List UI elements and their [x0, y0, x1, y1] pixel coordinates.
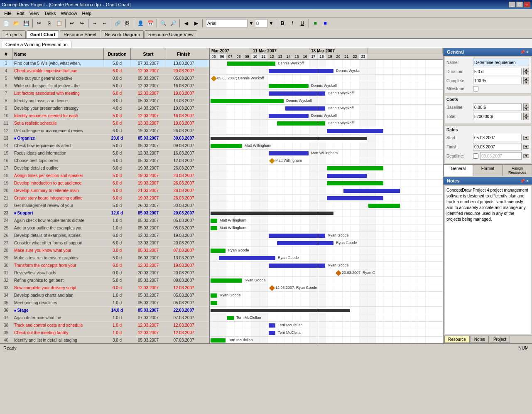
- duration-input[interactable]: [473, 68, 522, 75]
- menu-tasks[interactable]: Tasks: [42, 10, 58, 17]
- deadline-input[interactable]: [480, 152, 522, 160]
- table-row[interactable]: 18 Assign times per section and speaker …: [0, 172, 209, 180]
- table-row[interactable]: 36 ■Stage 14.0 d 05.03.2007 22.03.2007: [0, 307, 209, 314]
- scroll-left-button[interactable]: ◀: [181, 19, 191, 28]
- complete-input[interactable]: [473, 77, 522, 84]
- table-row[interactable]: 40 Identify and list in detail all stagi…: [0, 337, 209, 343]
- tab-format[interactable]: Format: [473, 165, 503, 176]
- table-row[interactable]: 38 Track and control costs and schedule …: [0, 322, 209, 329]
- menu-file[interactable]: File: [2, 10, 14, 17]
- table-row[interactable]: 14 Check how requirements affect 5.0 d 0…: [0, 142, 209, 150]
- table-row[interactable]: 37 Again determine what the 1.0 d 07.03.…: [0, 314, 209, 322]
- indent-button[interactable]: →: [90, 19, 99, 28]
- close-button[interactable]: ×: [524, 2, 530, 7]
- font-size-input[interactable]: [255, 19, 267, 27]
- table-row[interactable]: 4 Check available expertise that can 6.0…: [0, 67, 209, 75]
- italic-button[interactable]: I: [288, 19, 297, 28]
- copy-button[interactable]: ⎘: [44, 19, 54, 28]
- tab-resource[interactable]: Resource: [444, 336, 470, 343]
- scroll-right-button[interactable]: ▶: [191, 19, 201, 28]
- table-row[interactable]: 3 Find out the 5 W's (who, what when, 5.…: [0, 60, 209, 67]
- table-row[interactable]: 16 Choose best topic order 6.0 d 05.03.2…: [0, 157, 209, 165]
- baseline-input[interactable]: [473, 104, 522, 111]
- tab-notes-bottom[interactable]: Notes: [471, 336, 489, 343]
- resource-button[interactable]: 👤: [136, 19, 145, 28]
- redo-button[interactable]: ↪: [77, 19, 86, 28]
- blue-button[interactable]: ■: [321, 19, 330, 28]
- table-row[interactable]: 27 Consider what other forms of support …: [0, 239, 209, 247]
- baseline-spinner[interactable]: ▲ ▼: [523, 104, 529, 111]
- table-row[interactable]: 13 ■Organize 20.0 d 05.03.2007 30.03.200…: [0, 135, 209, 142]
- menu-view[interactable]: View: [27, 10, 42, 17]
- duration-down[interactable]: ▼: [523, 71, 529, 75]
- font-dropdown-button[interactable]: ▼: [248, 19, 254, 28]
- undo-button[interactable]: ↩: [67, 19, 76, 28]
- table-row[interactable]: 19 Develop introduction to get audience …: [0, 180, 209, 187]
- link-button[interactable]: 🔗: [113, 19, 122, 28]
- finish-dropdown[interactable]: ▼: [523, 145, 529, 149]
- tab-project[interactable]: Project: [490, 336, 510, 343]
- table-row[interactable]: 8 Identify and assess audience 8.0 d 05.…: [0, 97, 209, 105]
- total-down[interactable]: ▼: [523, 116, 529, 120]
- expand-icon[interactable]: ■: [14, 136, 16, 140]
- menu-window[interactable]: Window: [58, 10, 79, 17]
- start-dropdown[interactable]: ▼: [523, 136, 529, 140]
- start-input[interactable]: [473, 134, 522, 141]
- table-row[interactable]: 7 List factors associated with meeting 6…: [0, 90, 209, 97]
- table-row[interactable]: 26 Develop details of examples, stories,…: [0, 232, 209, 239]
- deadline-dropdown[interactable]: ▼: [523, 154, 529, 158]
- green-button[interactable]: ■: [311, 19, 320, 28]
- duration-up[interactable]: ▲: [523, 68, 529, 71]
- baseline-up[interactable]: ▲: [523, 104, 529, 107]
- table-row[interactable]: 21 Create story board integrating outlin…: [0, 195, 209, 202]
- duration-spinner[interactable]: ▲ ▼: [523, 68, 529, 75]
- minimize-button[interactable]: _: [509, 2, 515, 7]
- total-spinner[interactable]: ▲ ▼: [523, 113, 529, 120]
- tab-resource-usage-view[interactable]: Resource Usage View: [145, 30, 197, 38]
- outdent-button[interactable]: ←: [100, 19, 109, 28]
- expand-icon[interactable]: ■: [14, 211, 16, 215]
- font-name-input[interactable]: [206, 19, 248, 27]
- table-row[interactable]: 33 Now complete your delivery script 0.0…: [0, 284, 209, 292]
- complete-spinner[interactable]: ▲ ▼: [523, 77, 529, 84]
- table-row[interactable]: 12 Get colleague or management review 6.…: [0, 127, 209, 135]
- milestone-checkbox[interactable]: [473, 86, 478, 91]
- size-dropdown-button[interactable]: ▼: [268, 19, 274, 28]
- paste-button[interactable]: 📋: [54, 19, 64, 28]
- table-row[interactable]: 23 ■Support 12.0 d 05.03.2007 20.03.2007: [0, 209, 209, 217]
- table-row[interactable]: 31 Review/test visual aids 0.0 d 20.03.2…: [0, 269, 209, 277]
- menu-edit[interactable]: Edit: [14, 10, 27, 17]
- table-row[interactable]: 34 Develop backup charts and plan 1.0 d …: [0, 292, 209, 299]
- complete-down[interactable]: ▼: [523, 81, 529, 84]
- deadline-checkbox[interactable]: [473, 153, 478, 159]
- table-row[interactable]: 24 Again check how requirements dictate …: [0, 217, 209, 224]
- table-row[interactable]: 29 Make a test run to ensure graphics 5.…: [0, 254, 209, 262]
- calendar-button[interactable]: 📅: [146, 19, 155, 28]
- bold-button[interactable]: B: [278, 19, 287, 28]
- table-row[interactable]: 25 Add to your outline the examples you …: [0, 224, 209, 232]
- table-row[interactable]: 39 Check out the meeting facility 1.0 d …: [0, 329, 209, 337]
- tab-projects[interactable]: Projects: [2, 30, 26, 38]
- cut-button[interactable]: ✂: [34, 19, 44, 28]
- new-button[interactable]: 📄: [2, 19, 11, 28]
- sub-tab-presentation[interactable]: Create a Winning Presentation: [2, 41, 71, 48]
- finish-input[interactable]: [473, 143, 522, 150]
- table-row[interactable]: 6 Write out the specific objective - the…: [0, 82, 209, 90]
- name-input[interactable]: [473, 59, 529, 66]
- table-row[interactable]: 11 Set a realistic schedule 5.0 d 13.03.…: [0, 120, 209, 127]
- table-row[interactable]: 9 Develop your presentation strategy 4.0…: [0, 105, 209, 112]
- open-button[interactable]: 📂: [12, 19, 21, 28]
- save-button[interactable]: 💾: [22, 19, 31, 28]
- menu-help[interactable]: Help: [80, 10, 94, 17]
- table-row[interactable]: 20 Develop summary to reiterate main 6.0…: [0, 187, 209, 195]
- table-row[interactable]: 35 Meet printing deadlines 1.0 d 05.03.2…: [0, 299, 209, 307]
- zoom-in-button[interactable]: 🔍: [159, 19, 168, 28]
- complete-up[interactable]: ▲: [523, 77, 529, 81]
- tab-network-diagram[interactable]: Network Diagram: [101, 30, 144, 38]
- tab-general[interactable]: General: [444, 165, 473, 176]
- underline-button[interactable]: U: [298, 19, 307, 28]
- total-input[interactable]: [473, 113, 522, 120]
- expand-icon[interactable]: ■: [14, 308, 16, 313]
- zoom-out-button[interactable]: 🔎: [169, 19, 178, 28]
- total-up[interactable]: ▲: [523, 113, 529, 116]
